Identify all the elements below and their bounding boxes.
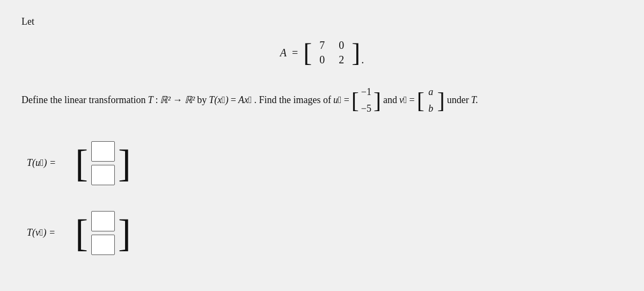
matrix-a-section: A = [ 7 0 0 2 ] . xyxy=(21,37,623,68)
v-vector: [ a b ] xyxy=(417,83,445,118)
eq-sign: = xyxy=(231,92,236,108)
matrix-cell-00: 7 xyxy=(317,39,327,52)
v-left-bracket: [ xyxy=(417,89,425,112)
v-cell-1: b xyxy=(427,101,435,117)
u-cell-0: −1 xyxy=(361,84,371,100)
tu-left-bracket: [ xyxy=(75,139,88,187)
u-vec-text: u⃗ xyxy=(333,92,342,108)
tv-input-1[interactable] xyxy=(91,211,115,231)
find-text: . Find the images of xyxy=(254,92,331,108)
tv-right-bracket: ] xyxy=(118,209,131,257)
colon: : xyxy=(155,92,158,108)
matrix-a-period: . xyxy=(361,54,364,68)
tu-input-1[interactable] xyxy=(91,141,115,162)
arrow: → xyxy=(173,92,182,108)
tu-input-2[interactable] xyxy=(91,165,115,185)
matrix-a-right-bracket: ] xyxy=(352,37,360,68)
tu-answer-row: T(u⃗) = [ ] xyxy=(27,139,623,187)
matrix-a-left-bracket: [ xyxy=(303,37,312,68)
tu-right-bracket: ] xyxy=(118,139,131,187)
tv-matrix-wrap: [ ] xyxy=(75,209,131,257)
matrix-a-label: A xyxy=(280,47,287,59)
matrix-a-equals: = xyxy=(292,47,298,59)
let-label: Let xyxy=(21,16,623,27)
tv-input-cells xyxy=(88,209,118,257)
domain: ℝ² xyxy=(160,92,170,108)
tv-input-2[interactable] xyxy=(91,235,115,255)
tv-left-bracket: [ xyxy=(75,209,88,257)
tu-matrix-wrap: [ ] xyxy=(75,139,131,187)
tv-answer-row: T(v⃗) = [ ] xyxy=(27,209,623,257)
tu-label: T(u⃗) = xyxy=(27,157,70,169)
tu-input-cells xyxy=(88,139,118,187)
tv-label: T(v⃗) = xyxy=(27,227,70,238)
under-text: under xyxy=(447,92,469,108)
matrix-a-bracket: [ 7 0 0 2 ] . xyxy=(303,37,364,68)
Tx-expr: T(x⃗) xyxy=(209,92,229,108)
matrix-a-cells: 7 0 0 2 xyxy=(314,37,349,68)
codomain: ℝ² xyxy=(185,92,195,108)
eq2-sign: = xyxy=(344,92,349,108)
u-vector: [ −1 −5 ] xyxy=(352,83,381,118)
v-right-bracket: ] xyxy=(437,89,445,112)
eq3-sign: = xyxy=(409,92,415,108)
T-label: T xyxy=(148,92,153,108)
define-text: Define the linear transformation xyxy=(21,92,145,108)
matrix-cell-10: 0 xyxy=(317,54,327,66)
T2-label: T. xyxy=(471,92,478,108)
by-text: by xyxy=(197,92,207,108)
u-cell-1: −5 xyxy=(361,101,371,117)
u-left-bracket: [ xyxy=(352,89,359,112)
and-text: and xyxy=(383,92,397,108)
matrix-cell-01: 0 xyxy=(336,39,346,52)
v-vec-text: v⃗ xyxy=(399,92,407,108)
u-cells: −1 −5 xyxy=(359,83,374,118)
answer-section: T(u⃗) = [ ] T(v⃗) = [ ] xyxy=(27,139,623,257)
linear-transform-line: Define the linear transformation T : ℝ² … xyxy=(21,83,623,118)
v-cell-0: a xyxy=(427,84,435,100)
Ax-expr: Ax⃗ xyxy=(238,92,252,108)
matrix-cell-11: 2 xyxy=(336,54,346,66)
u-right-bracket: ] xyxy=(374,89,381,112)
v-cells: a b xyxy=(425,83,437,118)
